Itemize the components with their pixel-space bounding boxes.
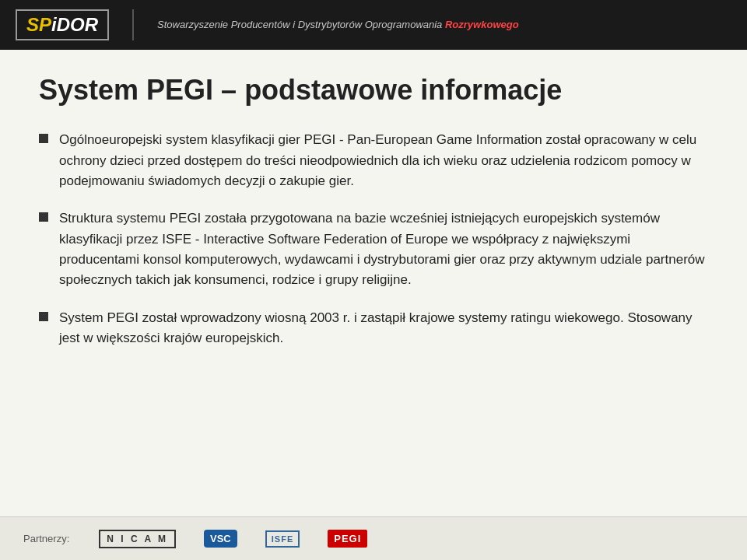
bullet-icon-2 — [39, 212, 48, 222]
bullet-text-2: Struktura systemu PEGI została przygotow… — [59, 208, 708, 290]
bullet-item-1: Ogólnoeuropejski system klasyfikacji gie… — [39, 130, 708, 191]
bullet-text-1: Ogólnoeuropejski system klasyfikacji gie… — [59, 130, 708, 191]
pegi-partner: PEGI — [328, 525, 367, 553]
vsc-logo: VSC — [204, 530, 237, 548]
header: SP i DOR Stowarzyszenie Producentów i Dy… — [0, 0, 747, 50]
bullet-item-2: Struktura systemu PEGI została przygotow… — [39, 208, 708, 290]
partners-label: Partnerzy: — [23, 533, 69, 544]
isfe-logo: ISFE — [265, 530, 300, 548]
bullet-icon-3 — [39, 312, 48, 321]
tagline-text: Stowarzyszenie Producentów i Dystrybytor… — [157, 19, 442, 30]
bullet-item-3: System PEGI został wprowadzony wiosną 20… — [39, 308, 708, 349]
header-tagline: Stowarzyszenie Producentów i Dystrybytor… — [157, 18, 731, 32]
logo-sp: SP — [26, 14, 51, 36]
header-divider — [132, 9, 134, 40]
nicam-logo: N I C A M — [99, 530, 176, 548]
footer: Partnerzy: N I C A M VSC ISFE PEGI — [0, 516, 747, 560]
bullet-text-3: System PEGI został wprowadzony wiosną 20… — [59, 308, 708, 349]
pegi-logo: PEGI — [328, 530, 367, 548]
logo-i: i — [51, 14, 57, 36]
spidor-logo: SP i DOR — [16, 9, 109, 40]
isfe-partner: ISFE — [265, 525, 300, 553]
nicam-text: N I C A M — [107, 534, 168, 544]
page-title: System PEGI – podstawowe informacje — [39, 73, 708, 107]
nicam-partner: N I C A M — [99, 525, 176, 553]
isfe-text: ISFE — [272, 534, 293, 544]
vsc-text: VSC — [210, 533, 231, 544]
pegi-text: PEGI — [334, 533, 361, 544]
logo-dor: DOR — [57, 14, 98, 36]
vsc-partner: VSC — [204, 525, 237, 553]
main-content: System PEGI – podstawowe informacje Ogól… — [0, 50, 747, 516]
bullet-icon-1 — [39, 134, 48, 143]
tagline-highlight: Rozrywkowego — [445, 19, 519, 30]
bullet-list: Ogólnoeuropejski system klasyfikacji gie… — [39, 130, 708, 348]
